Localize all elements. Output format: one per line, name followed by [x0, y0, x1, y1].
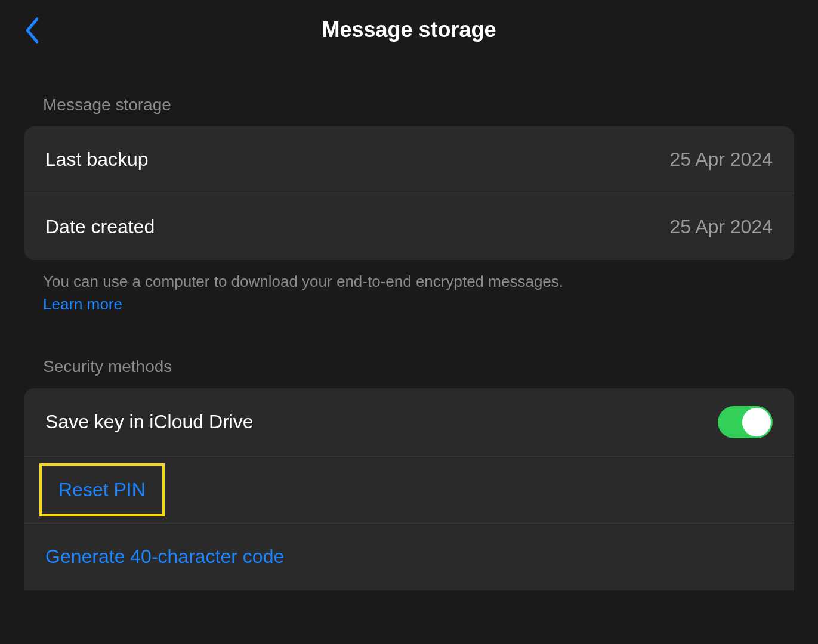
last-backup-row[interactable]: Last backup 25 Apr 2024	[24, 126, 794, 193]
storage-footer: You can use a computer to download your …	[24, 260, 794, 315]
last-backup-value: 25 Apr 2024	[669, 148, 773, 171]
back-button[interactable]	[24, 17, 41, 47]
security-card: Save key in iCloud Drive Reset PIN Gener…	[24, 388, 794, 590]
date-created-label: Date created	[45, 216, 155, 238]
reset-pin-row[interactable]: Reset PIN	[24, 457, 794, 524]
chevron-left-icon	[24, 17, 41, 44]
date-created-value: 25 Apr 2024	[669, 216, 773, 238]
icloud-toggle[interactable]	[718, 406, 773, 438]
date-created-row[interactable]: Date created 25 Apr 2024	[24, 193, 794, 260]
generate-code-link[interactable]: Generate 40-character code	[45, 546, 284, 568]
storage-footer-text: You can use a computer to download your …	[43, 273, 563, 290]
learn-more-link[interactable]: Learn more	[43, 293, 122, 315]
last-backup-label: Last backup	[45, 148, 149, 171]
highlight-annotation: Reset PIN	[39, 463, 165, 516]
page-title: Message storage	[24, 17, 794, 42]
storage-section-header: Message storage	[24, 95, 794, 114]
generate-code-row[interactable]: Generate 40-character code	[24, 524, 794, 590]
security-section-header: Security methods	[24, 357, 794, 376]
toggle-knob	[742, 408, 771, 436]
icloud-label: Save key in iCloud Drive	[45, 411, 254, 433]
icloud-row[interactable]: Save key in iCloud Drive	[24, 388, 794, 457]
content-area: Message storage Last backup 25 Apr 2024 …	[0, 95, 818, 590]
storage-card: Last backup 25 Apr 2024 Date created 25 …	[24, 126, 794, 260]
reset-pin-link[interactable]: Reset PIN	[58, 479, 146, 500]
header-bar: Message storage	[0, 0, 818, 60]
